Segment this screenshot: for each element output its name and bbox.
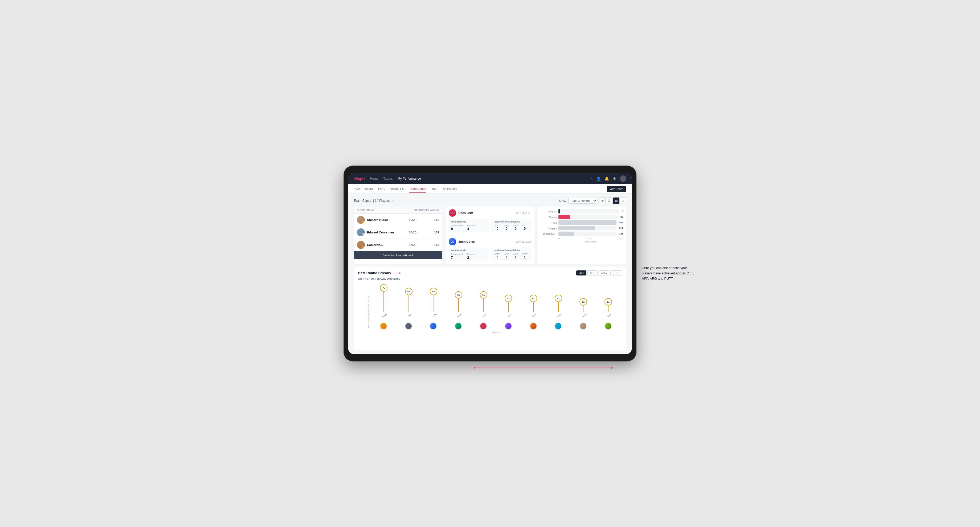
main-grid: PLAYER NAME PB SCORE PB AVG SQ 1	[354, 206, 626, 264]
player-labels-row: E. ElvertB. McHargD. BillinghamJ. ColesR…	[370, 313, 622, 317]
total-rounds-block: Total Rounds Tournament 7 Practice	[449, 248, 489, 261]
bell-icon[interactable]: 🔔	[605, 176, 609, 181]
subnav-pga[interactable]: PGA	[378, 185, 385, 193]
streak-title-text: Best Round Streaks	[358, 271, 391, 275]
nav-teams[interactable]: Teams	[383, 176, 393, 181]
card-header: RB Rees Britt 02 Sep 2023	[449, 209, 531, 217]
list-view-btn[interactable]: ☰	[606, 197, 612, 204]
player-name-label: E. Elvert	[371, 314, 396, 317]
streak-grid: 7x6x6x5x5x4x4x4x3x3x	[370, 283, 622, 312]
subnav-tour[interactable]: Tour	[431, 185, 437, 193]
avatar	[605, 322, 612, 330]
bar-label: D. Bogeys +	[541, 232, 557, 235]
arg-stat: ARG 0	[511, 224, 520, 230]
player-label-text: D. Billingham	[428, 314, 439, 317]
arg-filter-btn[interactable]: ARG	[599, 270, 609, 275]
streak-avatar	[446, 322, 471, 330]
streak-line: 4x	[508, 298, 509, 312]
player-name-label: R. Britt	[471, 314, 496, 317]
pb-score: 18/20	[402, 231, 423, 234]
streak-avatar	[496, 322, 521, 330]
total-rounds-label: Total Rounds	[451, 221, 487, 223]
putt-filter-btn[interactable]: PUTT	[610, 270, 622, 275]
chart-x-title: Total Shots	[541, 240, 623, 243]
app-filter-btn[interactable]: APP	[587, 270, 598, 275]
grid-view-btn[interactable]: ⊞	[599, 197, 606, 204]
bar-row-dbogeys: D. Bogeys + 131	[541, 232, 623, 236]
subnav-pgat[interactable]: PGAT Players	[354, 185, 373, 193]
svg-marker-3	[474, 367, 475, 369]
ott-label: OTT	[493, 253, 502, 256]
player-name-label: R. Butler	[571, 314, 596, 317]
pb-avg: 103	[423, 243, 439, 246]
avatar	[405, 322, 412, 330]
bar-row-eagles: Eagles 3	[541, 209, 623, 213]
streak-line: 4x	[533, 298, 534, 312]
player-name-label: D. Ford	[521, 314, 546, 317]
arg-label: ARG	[511, 253, 520, 256]
app-stat: APP 0	[502, 224, 511, 230]
subnav-hcaps[interactable]: Hcaps 1-5	[390, 185, 404, 193]
bar-row-pars: Pars 499	[541, 221, 623, 225]
filter-buttons: OTT APP ARG PUTT	[576, 270, 622, 275]
ott-value: 0	[493, 256, 502, 259]
add-team-button[interactable]: Add Team	[607, 186, 626, 192]
subtitle-bold: Off The Tee	[358, 277, 374, 280]
rank-badge: 3	[362, 246, 365, 249]
subtitle-regular: Fairway Accuracy	[375, 277, 400, 280]
nav-home[interactable]: Home	[370, 176, 379, 181]
player-label-text: D. Ford	[530, 314, 536, 317]
bar-label: Eagles	[541, 210, 557, 213]
annotation-box: Here you can see streaks your players ha…	[642, 265, 695, 281]
streak-avatar	[521, 322, 546, 330]
axis-200: 200	[588, 237, 592, 240]
ott-filter-btn[interactable]: OTT	[576, 270, 586, 275]
streak-bubble: 6x	[430, 288, 437, 295]
tournament-label: Tournament	[451, 253, 463, 256]
scoring-chart-panel: Eagles 3 Birdies	[538, 206, 626, 264]
player-label-text: R. Britt	[480, 314, 487, 317]
streak-bubble: 7x	[380, 284, 387, 292]
arg-label: ARG	[511, 224, 520, 227]
settings-icon[interactable]: ⚙	[613, 176, 616, 181]
streak-bubble: 5x	[480, 291, 487, 298]
putt-label: PUTT	[520, 224, 529, 227]
table-row: 3 Cameron... 17/20 103	[354, 239, 442, 251]
search-icon[interactable]: ⌕	[590, 176, 593, 181]
edit-icon[interactable]: ✎	[391, 199, 394, 203]
annotation-text: Here you can see streaks your players ha…	[642, 266, 694, 281]
streak-chart-container: Best Streak, Fairway Accuracy 7x6x6x5x5x…	[358, 283, 622, 347]
avatar: 1	[357, 216, 365, 224]
subnav-team-clippd[interactable]: Team Clippd	[409, 185, 426, 193]
streak-col: 4x	[496, 283, 521, 312]
bar-container	[558, 215, 618, 219]
bar-value: 499	[619, 221, 623, 224]
nav-bar: clippd Home Teams My Performance ⌕ 👤 🔔 ⚙	[348, 173, 632, 184]
view-leaderboard-button[interactable]: View Full Leaderboard	[354, 251, 442, 259]
practice-label: Practice	[467, 253, 476, 256]
streak-col: 4x	[546, 283, 571, 312]
settings-view-btn[interactable]: ≡	[620, 197, 626, 204]
avatar	[580, 322, 587, 330]
player-count: | 14 Players	[373, 199, 390, 203]
streak-bubble: 4x	[504, 295, 512, 302]
player-name: Cameron...	[367, 243, 383, 246]
player-name-label: B. McHarg	[396, 314, 421, 317]
nav-my-performance[interactable]: My Performance	[398, 176, 421, 181]
streak-avatar	[571, 322, 596, 330]
practice-activities-label: Total Practice Activities	[493, 221, 529, 223]
app-label: APP	[502, 224, 511, 227]
streak-col: 6x	[421, 283, 446, 312]
bar-row-birdies: Birdies 96	[541, 215, 623, 219]
subnav-all-players[interactable]: All Players	[443, 185, 457, 193]
streak-columns: 7x6x6x5x5x4x4x4x3x3x	[370, 283, 622, 312]
period-select[interactable]: Last 3 months	[568, 198, 597, 204]
practice-stats: OTT 0 APP 0 ARG	[493, 224, 529, 230]
avatar[interactable]	[620, 175, 626, 182]
player-name-label: J. Coles	[446, 314, 471, 317]
player-label-text: M. Miller	[554, 314, 562, 317]
axis-0: 0	[558, 237, 560, 240]
streak-subtitle: Off The Tee, Fairway Accuracy	[358, 277, 622, 280]
table-view-btn[interactable]: ▦	[613, 197, 619, 204]
user-icon[interactable]: 👤	[596, 176, 601, 181]
